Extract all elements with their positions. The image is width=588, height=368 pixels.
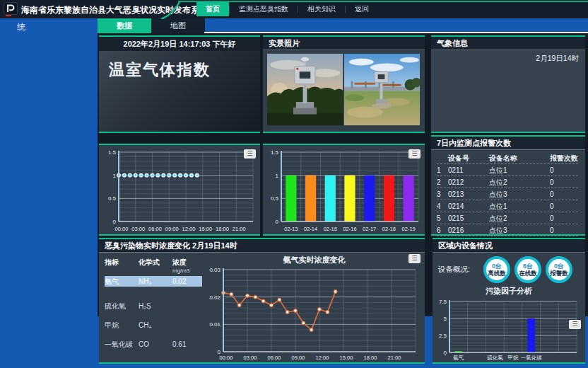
col-formula: 化学式 bbox=[139, 258, 172, 268]
svg-text:21:00: 21:00 bbox=[388, 355, 401, 361]
svg-text:06:00: 06:00 bbox=[268, 355, 281, 361]
alarm-row: 50215 点位20 bbox=[437, 212, 578, 224]
svg-text:02-18: 02-18 bbox=[382, 226, 396, 232]
svg-text:0: 0 bbox=[113, 219, 117, 225]
svg-text:02-15: 02-15 bbox=[324, 226, 337, 232]
top-nav-bar: 海南省乐东黎族自治县大气恶臭状况实时发布系 首页 监测点恶臭指数 相关知识 返回 bbox=[0, 0, 588, 18]
chart-menu-icon[interactable]: ☰ bbox=[244, 149, 256, 159]
chart-menu-icon[interactable]: ☰ bbox=[408, 149, 421, 159]
col-indicator: 指标 bbox=[105, 258, 139, 268]
ammonia-chart-title: 氨气实时浓度变化 bbox=[204, 253, 425, 265]
title-overflow-text: 统 bbox=[17, 21, 25, 33]
ammonia-trend-chart-area: 氨气实时浓度变化 ☰ 00.010.020.0300:0003:0006:000… bbox=[204, 253, 425, 362]
svg-text:0.02: 0.02 bbox=[209, 294, 220, 301]
svg-text:0.5: 0.5 bbox=[108, 195, 117, 202]
svg-text:一氧化碳: 一氧化碳 bbox=[521, 355, 543, 361]
svg-text:15:00: 15:00 bbox=[199, 226, 212, 232]
svg-text:氨气: 氨气 bbox=[453, 355, 464, 361]
device-overview: 设备概况: 0台 离线数 6台 在线数 0台 报警数 bbox=[433, 253, 585, 284]
odor-pollutant-panel: 恶臭污染物实时浓度变化 2月19日14时 指标 化学式 浓度 mg/m3 氨气 … bbox=[99, 238, 425, 364]
nav-item-knowledge[interactable]: 相关知识 bbox=[298, 2, 345, 16]
col-concentration: 浓度 mg/m3 bbox=[172, 258, 201, 274]
svg-text:00:00: 00:00 bbox=[115, 226, 129, 232]
col-alarm-count: 报警次数 bbox=[550, 152, 578, 164]
svg-text:03:00: 03:00 bbox=[131, 226, 145, 232]
ammonia-trend-line-chart: 00.010.020.0300:0003:0006:0009:0012:0015… bbox=[205, 265, 423, 362]
alarm-count-panel: 7日内监测点报警次数 设备号 设备名称 报警次数 10211 点位10 2021… bbox=[431, 135, 585, 236]
alarm-table: 设备号 设备名称 报警次数 10211 点位10 20212 点位20 3021… bbox=[431, 150, 585, 236]
svg-text:0.03: 0.03 bbox=[209, 267, 220, 273]
odor-row-ch4[interactable]: 甲烷 CH₄ bbox=[105, 320, 202, 330]
nav-item-odor-index[interactable]: 监测点恶臭指数 bbox=[230, 2, 298, 16]
svg-text:7.5: 7.5 bbox=[439, 299, 447, 305]
svg-text:1: 1 bbox=[113, 173, 117, 179]
odor-table: 指标 化学式 浓度 mg/m3 氨气 NH₃ 0.02 硫化氢 H₂S 甲烷 C… bbox=[99, 253, 204, 362]
odor-row-h2s[interactable]: 硫化氢 H₂S bbox=[105, 301, 202, 311]
alarm-row: 40214 点位10 bbox=[437, 200, 578, 212]
alarm-row: 20212 点位20 bbox=[437, 176, 578, 188]
svg-text:12:00: 12:00 bbox=[316, 355, 329, 361]
weather-panel: 气象信息 2月19日14时 bbox=[431, 35, 585, 133]
photos-panel-title: 实景照片 bbox=[263, 37, 425, 50]
daily-index-bar-chart: 00.511.502-1302-1402-1502-1602-1702-1802… bbox=[264, 146, 424, 233]
svg-text:1: 1 bbox=[276, 173, 279, 179]
svg-text:02-13: 02-13 bbox=[284, 226, 298, 232]
odor-row-ammonia[interactable]: 氨气 NH₃ 0.02 bbox=[105, 276, 202, 287]
datetime-text: 2022年2月19日 14:17:03 下午好 bbox=[99, 37, 260, 51]
alarm-table-header: 设备号 设备名称 报警次数 bbox=[437, 152, 578, 164]
svg-text:1.5: 1.5 bbox=[271, 149, 279, 156]
area-devices-panel: 区域内设备情况 设备概况: 0台 离线数 6台 在线数 0台 报警数 污染因子分… bbox=[433, 238, 585, 364]
alarm-row: 60216 点位30 bbox=[437, 224, 578, 236]
alarm-count-badge: 0台 报警数 bbox=[546, 256, 572, 283]
tab-map[interactable]: 地图 bbox=[151, 18, 205, 33]
alarm-row: 10211 点位10 bbox=[437, 164, 578, 176]
chart-menu-icon[interactable]: ☰ bbox=[408, 254, 421, 263]
site-photo-1 bbox=[267, 52, 343, 127]
devices-panel-title: 区域内设备情况 bbox=[433, 239, 585, 253]
svg-text:06:00: 06:00 bbox=[148, 226, 162, 232]
greenhouse-index-line-chart: 00.511.500:0003:0006:0009:0012:0015:0018… bbox=[100, 146, 259, 233]
svg-text:硫化氢: 硫化氢 bbox=[487, 355, 503, 361]
svg-text:5: 5 bbox=[444, 316, 447, 322]
tab-data[interactable]: 数据 bbox=[98, 18, 151, 33]
svg-text:09:00: 09:00 bbox=[165, 226, 179, 232]
weather-panel-title: 气象信息 bbox=[431, 37, 585, 50]
nav-swoosh-decoration bbox=[160, 1, 181, 19]
online-count-badge: 6台 在线数 bbox=[514, 256, 541, 283]
svg-text:18:00: 18:00 bbox=[364, 355, 377, 361]
svg-text:甲烷: 甲烷 bbox=[508, 355, 519, 361]
svg-text:02-16: 02-16 bbox=[343, 226, 356, 232]
device-overview-label: 设备概况: bbox=[438, 265, 479, 275]
nav-item-home[interactable]: 首页 bbox=[196, 2, 229, 16]
app-logo-icon bbox=[4, 2, 18, 16]
svg-text:0: 0 bbox=[276, 219, 279, 225]
svg-text:12:00: 12:00 bbox=[182, 226, 196, 232]
nav-item-back[interactable]: 返回 bbox=[346, 2, 378, 16]
site-photos-panel: 实景照片 bbox=[263, 35, 425, 133]
unit-label: mg/m3 bbox=[172, 268, 201, 274]
greeting-banner-area: 温室气体指数 bbox=[99, 51, 260, 132]
tab-bar: 数据 地图 bbox=[0, 18, 588, 33]
svg-text:21:00: 21:00 bbox=[233, 226, 246, 232]
svg-text:00:00: 00:00 bbox=[220, 355, 233, 361]
svg-text:02-17: 02-17 bbox=[363, 226, 376, 232]
chart-menu-icon[interactable]: ☰ bbox=[569, 320, 581, 329]
banner-title: 温室气体指数 bbox=[99, 51, 260, 81]
site-photo-2 bbox=[344, 52, 420, 127]
col-device-id: 设备号 bbox=[448, 152, 489, 164]
odor-table-header: 指标 化学式 浓度 mg/m3 bbox=[105, 258, 202, 272]
pollution-factor-title: 污染因子分析 bbox=[433, 284, 585, 297]
col-device-name: 设备名称 bbox=[489, 152, 550, 164]
greenhouse-index-chart-panel: ☰ 00.511.500:0003:0006:0009:0012:0015:00… bbox=[99, 144, 260, 236]
svg-text:18:00: 18:00 bbox=[216, 226, 229, 232]
svg-text:09:00: 09:00 bbox=[292, 355, 305, 361]
odor-row-co[interactable]: 一氧化碳 CO 0.61 bbox=[105, 339, 202, 350]
offline-count-badge: 0台 离线数 bbox=[483, 256, 510, 283]
alarm-row: 30213 点位30 bbox=[437, 188, 578, 200]
svg-text:0.01: 0.01 bbox=[209, 321, 220, 328]
odor-panel-title: 恶臭污染物实时浓度变化 2月19日14时 bbox=[99, 239, 425, 253]
greeting-panel: 2022年2月19日 14:17:03 下午好 温室气体指数 bbox=[99, 35, 260, 133]
svg-text:15:00: 15:00 bbox=[340, 355, 353, 361]
main-nav-menu: 首页 监测点恶臭指数 相关知识 返回 bbox=[196, 2, 378, 16]
svg-text:2.5: 2.5 bbox=[439, 333, 447, 339]
